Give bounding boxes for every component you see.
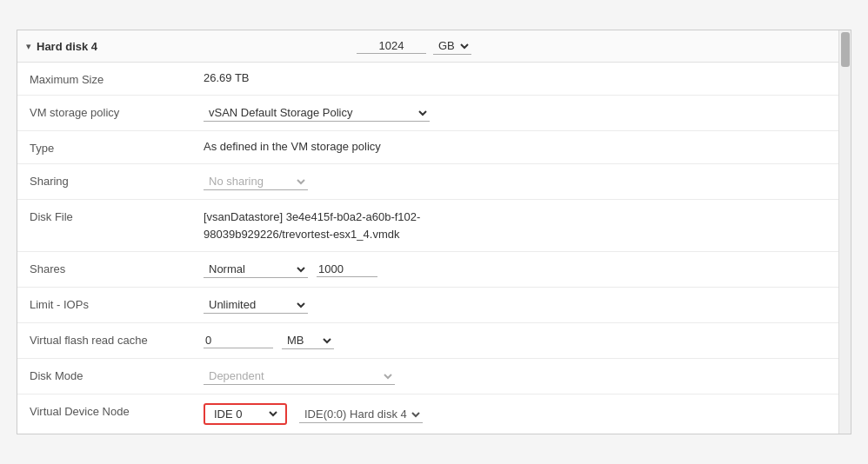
scrollbar[interactable] (838, 30, 851, 434)
row-virtual-device-node: Virtual Device Node IDE 0 IDE 1 IDE(0:0)… (17, 394, 838, 434)
label-virtual-device-node: Virtual Device Node (30, 403, 204, 418)
row-shares: Shares Normal Low High Custom (17, 252, 838, 288)
value-type: As defined in the VM storage policy (204, 140, 826, 153)
ide-dropdown-wrapper: IDE 0 IDE 1 (204, 403, 287, 425)
row-virtual-flash: Virtual flash read cache MB GB (17, 323, 838, 359)
ide-select[interactable]: IDE 0 IDE 1 (210, 407, 280, 421)
value-virtual-flash: MB GB (204, 332, 826, 349)
label-vm-storage-policy: VM storage policy (30, 104, 204, 119)
label-shares: Shares (30, 261, 204, 275)
row-disk-file: Disk File [vsanDatastore] 3e4e415f-b0a2-… (17, 200, 838, 252)
hard-disk-title: Hard disk 4 (37, 40, 97, 53)
chevron-down-icon: ▾ (26, 41, 31, 52)
row-type: Type As defined in the VM storage policy (17, 131, 838, 164)
disk-size-input[interactable] (357, 38, 426, 54)
label-sharing: Sharing (30, 173, 204, 188)
flash-unit-select[interactable]: MB GB (282, 332, 334, 349)
shares-dropdown[interactable]: Normal Low High Custom (204, 261, 308, 278)
label-type: Type (30, 140, 204, 155)
value-shares: Normal Low High Custom (204, 261, 826, 278)
label-disk-mode: Disk Mode (30, 368, 204, 382)
value-disk-mode: Dependent Independent - Persistent Indep… (204, 368, 826, 385)
header-left: ▾ Hard disk 4 (26, 40, 200, 53)
shares-inline: Normal Low High Custom (204, 261, 826, 278)
scrollbar-thumb[interactable] (841, 32, 850, 67)
flash-value-input[interactable] (204, 333, 273, 348)
vm-storage-policy-select[interactable]: vSAN Default Storage Policy (204, 104, 430, 122)
virtual-device-inline: IDE 0 IDE 1 IDE(0:0) Hard disk 4 (204, 403, 826, 425)
disk-mode-select[interactable]: Dependent Independent - Persistent Indep… (204, 368, 395, 385)
hard-disk-panel: ▾ Hard disk 4 GB MB TB Maximum Size 26.6… (17, 30, 851, 434)
value-limit-iops: Unlimited Custom (204, 296, 826, 314)
disk-size-unit-select[interactable]: GB MB TB (433, 37, 471, 55)
hard-disk-slot-select[interactable]: IDE(0:0) Hard disk 4 (299, 406, 423, 423)
value-vm-storage-policy: vSAN Default Storage Policy (204, 104, 826, 122)
limit-iops-select[interactable]: Unlimited Custom (204, 296, 308, 314)
row-maximum-size: Maximum Size 26.69 TB (17, 63, 838, 96)
flash-inline: MB GB (204, 332, 826, 349)
shares-value-input[interactable] (317, 262, 377, 277)
sharing-select[interactable]: No sharing Multi-writer (204, 173, 308, 190)
header-right: GB MB TB (357, 37, 471, 55)
value-disk-file: [vsanDatastore] 3e4e415f-b0a2-a60b-f102-… (204, 209, 826, 242)
row-sharing: Sharing No sharing Multi-writer (17, 164, 838, 200)
label-limit-iops: Limit - IOPs (30, 296, 204, 311)
label-maximum-size: Maximum Size (30, 71, 204, 86)
label-virtual-flash: Virtual flash read cache (30, 332, 204, 347)
row-limit-iops: Limit - IOPs Unlimited Custom (17, 288, 838, 323)
value-sharing: No sharing Multi-writer (204, 173, 826, 190)
value-virtual-device-node: IDE 0 IDE 1 IDE(0:0) Hard disk 4 (204, 403, 826, 425)
value-maximum-size: 26.69 TB (204, 71, 826, 84)
row-vm-storage-policy: VM storage policy vSAN Default Storage P… (17, 96, 838, 131)
label-disk-file: Disk File (30, 209, 204, 223)
hard-disk-header: ▾ Hard disk 4 GB MB TB (17, 30, 838, 63)
row-disk-mode: Disk Mode Dependent Independent - Persis… (17, 359, 838, 394)
